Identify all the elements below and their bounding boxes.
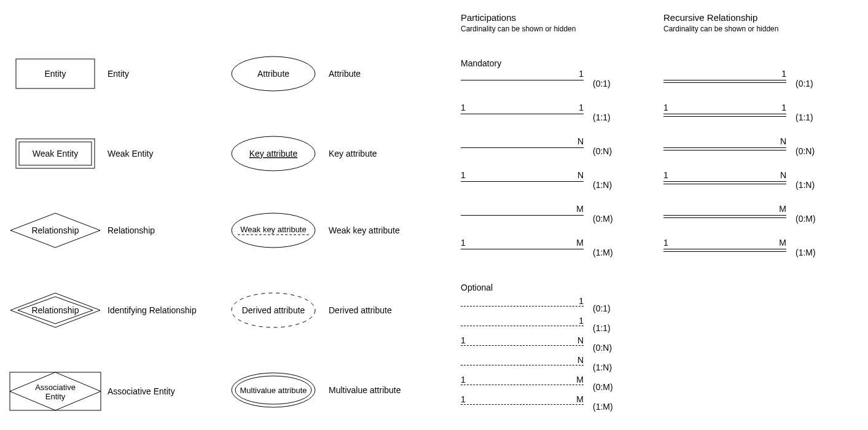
recursive-line-bottom (663, 150, 786, 150)
cardinality-left: 1 (461, 103, 466, 112)
participations-title: Participations (461, 12, 516, 23)
participation-line-dashed (461, 404, 584, 405)
cardinality-label: (1:M) (593, 248, 613, 257)
participation-line (461, 147, 584, 148)
weak-key-attribute-label: Weak key attribute (329, 225, 400, 235)
svg-text:Associative: Associative (35, 383, 76, 392)
cardinality-label: (1:N) (796, 180, 815, 190)
cardinality-label: (1:N) (593, 180, 612, 190)
key-attribute-symbol-text: Key attribute (249, 149, 298, 158)
participation-mandatory-row: M(0:M) (461, 215, 627, 233)
cardinality-left: 1 (461, 394, 466, 404)
weak-entity-symbol: Weak Entity (15, 138, 95, 169)
entity-symbol-row: Entity Entity (15, 58, 129, 89)
recursive-row: N(0:N) (663, 147, 829, 166)
relationship-symbol: Relationship (9, 212, 101, 249)
participation-optional-row: N(1:N) (461, 365, 627, 383)
recursive-line-bottom (663, 217, 786, 218)
cardinality-label: (1:M) (796, 248, 816, 257)
recursive-line-top (663, 215, 786, 216)
cardinality-right: N (577, 170, 584, 180)
weak-entity-label: Weak Entity (108, 149, 153, 158)
cardinality-label: (1:1) (593, 112, 611, 122)
recursive-line-top (663, 114, 786, 114)
participation-mandatory-row: 1M(1:M) (461, 249, 627, 267)
cardinality-label: (0:1) (796, 79, 813, 88)
cardinality-right: 1 (781, 69, 786, 79)
cardinality-label: (0:1) (593, 79, 611, 88)
participation-mandatory-row: 1N(1:N) (461, 181, 627, 200)
participation-line-dashed (461, 345, 584, 346)
cardinality-left: 1 (663, 170, 668, 180)
derived-attribute-label: Derived attribute (329, 305, 392, 315)
cardinality-right: 1 (579, 103, 584, 112)
identifying-relationship-symbol: Relationship (9, 292, 101, 329)
recursive-subtitle: Cardinality can be shown or hidden (663, 25, 778, 33)
associative-entity-label: Associative Entity (108, 386, 175, 396)
cardinality-right: M (576, 204, 584, 214)
participation-line-dashed (461, 326, 584, 326)
cardinality-right: 1 (579, 316, 584, 326)
cardinality-right: M (779, 238, 786, 248)
multivalue-attribute-label: Multivalue attribute (329, 385, 401, 395)
cardinality-left: 1 (461, 335, 466, 345)
cardinality-right: M (576, 238, 584, 248)
participations-subtitle: Cardinality can be shown or hidden (461, 25, 576, 33)
cardinality-label: (1:M) (593, 402, 613, 412)
weak-key-attribute-symbol: Weak key attribute (230, 212, 316, 249)
identifying-relationship-label: Identifying Relationship (108, 305, 197, 315)
cardinality-label: (1:N) (593, 362, 612, 372)
cardinality-right: N (577, 136, 584, 146)
cardinality-label: (0:1) (593, 303, 611, 313)
cardinality-right: M (576, 394, 584, 404)
cardinality-label: (0:M) (593, 382, 613, 392)
cardinality-right: 1 (579, 69, 584, 79)
cardinality-label: (0:N) (593, 146, 612, 156)
relationship-symbol-row: Relationship Relationship (9, 212, 155, 249)
cardinality-left: 1 (461, 238, 466, 248)
attribute-symbol-text: Attribute (257, 69, 289, 79)
cardinality-right: N (577, 335, 584, 345)
cardinality-label: (0:M) (593, 214, 613, 224)
recursive-title: Recursive Relationship (663, 12, 757, 23)
recursive-line-top (663, 249, 786, 249)
optional-label: Optional (461, 283, 493, 292)
attribute-label: Attribute (329, 69, 361, 79)
participation-line (461, 215, 584, 216)
participation-line (461, 181, 584, 182)
recursive-line-top (663, 147, 786, 148)
cardinality-left: 1 (461, 170, 466, 180)
derived-attribute-symbol-text: Derived attribute (242, 305, 305, 315)
relationship-label: Relationship (108, 225, 155, 235)
entity-label: Entity (108, 69, 129, 79)
svg-text:Entity: Entity (45, 392, 66, 401)
cardinality-label: (1:1) (796, 112, 813, 122)
participation-line-dashed (461, 385, 584, 385)
key-attribute-symbol-row: Key attribute Key attribute (230, 135, 377, 172)
identifying-relationship-symbol-text: Relationship (31, 305, 79, 315)
recursive-line-top (663, 80, 786, 80)
participation-optional-row: 1(0:1) (461, 306, 627, 324)
relationship-symbol-text: Relationship (31, 225, 79, 235)
cardinality-left: 1 (461, 375, 466, 385)
cardinality-right: N (780, 170, 786, 180)
key-attribute-symbol: Key attribute (230, 135, 316, 172)
recursive-line-bottom (663, 116, 786, 117)
recursive-row: 1N(1:N) (663, 181, 829, 200)
cardinality-right: 1 (781, 103, 786, 112)
cardinality-left: 1 (663, 103, 668, 112)
participation-optional-row: 1M(1:M) (461, 404, 627, 423)
cardinality-label: (0:N) (796, 146, 815, 156)
recursive-row: M(0:M) (663, 215, 829, 233)
cardinality-right: M (576, 375, 584, 385)
identifying-relationship-symbol-row: Relationship Identifying Relationship (9, 292, 197, 329)
attribute-symbol: Attribute (230, 55, 316, 92)
participation-optional-row: 1(1:1) (461, 326, 627, 344)
key-attribute-label: Key attribute (329, 149, 377, 158)
cardinality-right: N (577, 355, 584, 365)
cardinality-right: 1 (579, 296, 584, 306)
participation-line (461, 249, 584, 249)
entity-symbol-text: Entity (44, 69, 66, 79)
associative-entity-symbol-row: Associative Entity Associative Entity (9, 372, 175, 411)
weak-key-attribute-symbol-row: Weak key attribute Weak key attribute (230, 212, 400, 249)
